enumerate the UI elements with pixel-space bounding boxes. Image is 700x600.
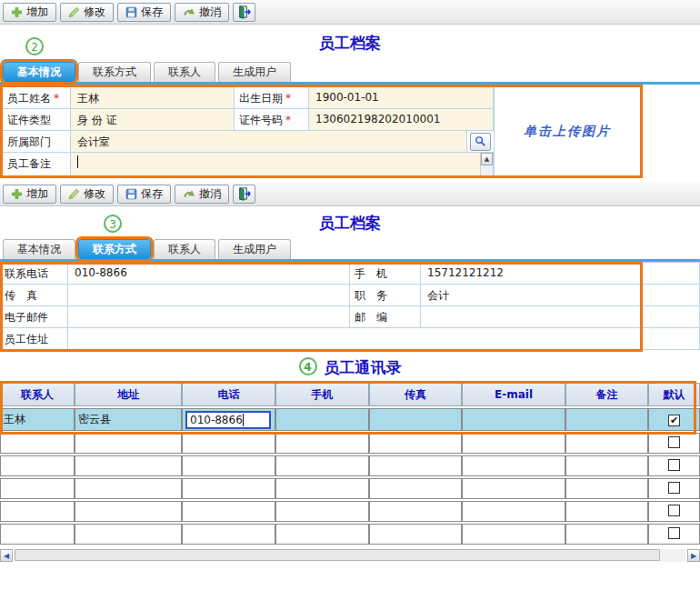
directory-cell[interactable] [369,433,462,454]
directory-cell[interactable] [462,478,565,499]
directory-cell[interactable] [75,478,182,499]
directory-cell[interactable] [565,433,648,454]
cell-contact[interactable]: 王林 [0,408,75,431]
fax-field[interactable] [68,285,350,305]
directory-cell[interactable] [182,478,275,499]
directory-cell[interactable] [369,501,462,522]
scroll-up-icon[interactable]: ▲ [481,153,493,165]
directory-cell[interactable] [648,501,700,522]
directory-cell[interactable] [565,501,648,522]
birth-date-field[interactable]: 1900-01-01 [309,87,494,108]
directory-cell[interactable] [182,524,275,545]
col-address[interactable]: 地址 [75,383,182,406]
phone-field[interactable]: 010-8866 [68,263,350,284]
directory-cell[interactable] [648,478,700,499]
directory-cell[interactable] [182,455,275,476]
directory-cell[interactable] [369,478,462,499]
undo-button[interactable]: 撤消 [175,3,229,22]
default-checkbox-checked[interactable]: ✔ [668,415,680,426]
cell-remark[interactable] [565,408,648,431]
cell-mobile[interactable] [275,408,369,431]
directory-cell[interactable] [75,524,182,545]
save-button[interactable]: 保存 [117,3,171,22]
employee-name-field[interactable]: 王林 [71,87,235,108]
directory-cell[interactable] [0,524,75,545]
job-field[interactable]: 会计 [421,285,700,305]
tab-generate-user[interactable]: 生成用户 [218,62,291,82]
upload-photo-area[interactable]: 单击上传图片 [494,87,640,175]
directory-cell[interactable] [648,455,700,476]
zip-field[interactable] [421,306,700,327]
tab-basic-info[interactable]: 基本情况 [3,239,75,259]
directory-cell[interactable] [275,455,369,476]
directory-cell[interactable] [565,524,648,545]
directory-cell[interactable] [75,433,182,454]
directory-cell[interactable] [648,524,700,545]
undo-button[interactable]: 撤消 [175,185,229,204]
directory-cell[interactable] [275,524,369,545]
directory-cell[interactable] [75,455,182,476]
department-search-button[interactable] [470,133,491,151]
directory-cell[interactable] [369,455,462,476]
cell-fax[interactable] [369,408,462,431]
tab-contact-person[interactable]: 联系人 [154,62,215,82]
exit-button[interactable] [233,3,255,22]
add-button[interactable]: 增加 [3,185,56,204]
directory-cell[interactable] [565,478,648,499]
id-type-field[interactable]: 身 份 证 [71,109,235,130]
vertical-scrollbar[interactable]: ▲ [480,153,493,175]
directory-cell[interactable] [648,433,700,454]
directory-cell[interactable] [565,455,648,476]
default-checkbox[interactable] [668,505,680,516]
scroll-right-icon[interactable]: ▶ [687,549,700,562]
directory-cell[interactable] [275,433,369,454]
directory-cell[interactable] [75,501,182,522]
save-button[interactable]: 保存 [117,185,171,204]
scrollbar-thumb[interactable] [15,549,660,561]
tab-basic-info[interactable]: 基本情况 [3,62,75,82]
directory-cell[interactable] [462,433,565,454]
cell-address[interactable]: 密云县 [75,408,182,431]
scroll-left-icon[interactable]: ◀ [0,549,13,562]
cell-email[interactable] [462,408,565,431]
modify-button[interactable]: 修改 [60,3,114,22]
directory-cell[interactable] [0,501,75,522]
address-field[interactable] [68,328,700,349]
directory-cell[interactable] [0,455,75,476]
directory-cell[interactable] [0,433,75,454]
default-checkbox[interactable] [668,527,680,539]
col-email[interactable]: E-mail [462,383,565,406]
default-checkbox[interactable] [668,482,680,494]
scrollbar-track[interactable] [14,549,686,562]
tab-contact-method[interactable]: 联系方式 [78,239,151,259]
department-field[interactable]: 会计室 [71,131,467,152]
email-field[interactable] [68,306,350,327]
col-mobile[interactable]: 手机 [275,383,369,406]
directory-cell[interactable] [462,524,565,545]
col-phone[interactable]: 电话 [182,383,275,406]
col-contact[interactable]: 联系人 [0,383,75,406]
default-checkbox[interactable] [668,436,680,448]
add-button[interactable]: 增加 [3,3,56,22]
exit-button[interactable] [233,185,255,204]
directory-cell[interactable] [369,524,462,545]
col-default[interactable]: 默认 [648,383,700,406]
default-checkbox[interactable] [668,459,680,471]
directory-cell[interactable] [275,501,369,522]
remark-textarea[interactable]: ▲ [71,153,494,175]
directory-cell[interactable] [182,501,275,522]
directory-cell[interactable] [275,478,369,499]
phone-edit-input[interactable]: 010-8866 [185,411,271,429]
id-number-field[interactable]: 130602198202010001 [309,109,494,130]
col-fax[interactable]: 传真 [369,383,462,406]
tab-contact-person[interactable]: 联系人 [154,239,215,259]
directory-cell[interactable] [182,433,275,454]
directory-cell[interactable] [462,455,565,476]
directory-cell[interactable] [462,501,565,522]
cell-phone-editing[interactable]: 010-8866 [182,408,275,431]
tab-contact-method[interactable]: 联系方式 [78,62,151,82]
tab-generate-user[interactable]: 生成用户 [218,239,291,259]
modify-button[interactable]: 修改 [60,185,114,204]
directory-cell[interactable] [0,478,75,499]
mobile-field[interactable]: 15712121212 [421,263,700,284]
